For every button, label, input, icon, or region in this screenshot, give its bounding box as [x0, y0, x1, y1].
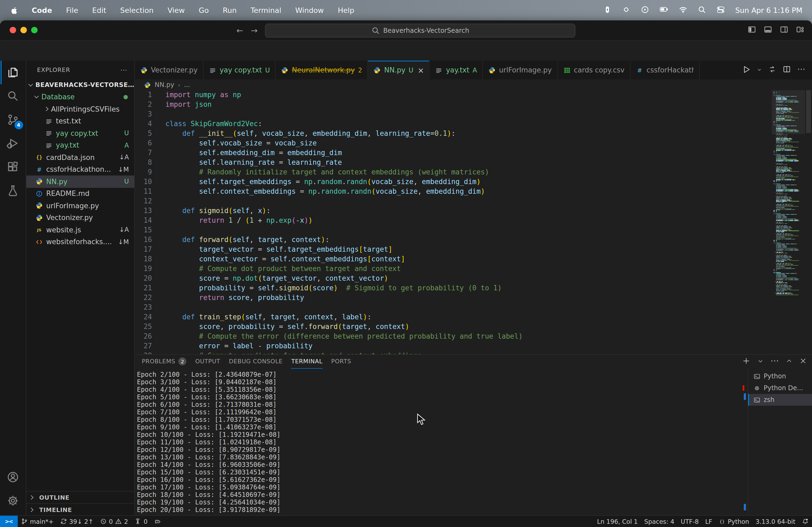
menu-go[interactable]: Go [199, 6, 209, 15]
statusbar-cursor-position[interactable]: Ln 196, Col 1 [594, 517, 641, 525]
menubar-item[interactable] [622, 5, 630, 15]
menu-selection[interactable]: Selection [120, 6, 154, 15]
tab-neuralnetwork-py[interactable]: NeuralNetwork.py2 [276, 61, 368, 79]
section-outline[interactable]: OUTLINE [26, 491, 134, 503]
panel-tab-terminal[interactable]: TERMINAL [291, 355, 323, 369]
tab-cssforhackathon[interactable]: #cssforHackathon [630, 61, 700, 79]
menu-help[interactable]: Help [338, 6, 354, 15]
menu-run[interactable]: Run [223, 6, 237, 15]
panel-tab-debug-console[interactable]: DEBUG CONSOLE [229, 355, 282, 369]
layout-sidebar-left-button[interactable] [748, 25, 756, 36]
menu-view[interactable]: View [168, 6, 185, 15]
statusbar-forwarded-ports[interactable]: 0 [131, 517, 151, 525]
tab-cards-copy-csv[interactable]: cards copy.csv [558, 61, 630, 79]
breadcrumb[interactable]: NN.py › ... [135, 79, 812, 90]
menubar-item[interactable] [716, 5, 725, 15]
chevron-down-button[interactable] [757, 358, 764, 366]
activitybar-settings[interactable] [0, 489, 26, 512]
minimize-window-button[interactable] [20, 27, 27, 33]
sidebar-more-actions-icon[interactable]: ⋯ [120, 66, 128, 74]
activitybar-testing[interactable] [0, 179, 26, 202]
tree-item-test-txt[interactable]: test.txt [26, 115, 134, 127]
menu-code[interactable]: Code [32, 6, 52, 15]
statusbar-language-mode[interactable]: {}Python [715, 517, 752, 525]
menu-file[interactable]: File [66, 6, 78, 15]
tab-yay-copy-txt[interactable]: yay copy.txtU [204, 61, 276, 79]
statusbar-sync-changes[interactable]: 39↓ 2↑ [57, 517, 97, 525]
apple-icon[interactable] [10, 6, 18, 14]
activitybar-extensions[interactable] [0, 155, 26, 179]
tree-item-allprintingscsvfiles[interactable]: AllPrintingsCSVFiles [26, 103, 134, 115]
menubar-item[interactable] [603, 5, 612, 15]
close-icon[interactable]: × [418, 66, 424, 74]
menubar-item[interactable] [641, 5, 649, 15]
kebab-button[interactable] [771, 357, 779, 366]
breadcrumb-more[interactable]: ... [184, 81, 190, 89]
tree-item-website-js[interactable]: JSwebsite.js↓A [26, 224, 134, 236]
chevron-up-button[interactable] [786, 358, 793, 366]
panel-tab-ports[interactable]: PORTS [331, 355, 351, 369]
statusbar-problems[interactable]: 02 [97, 517, 131, 525]
statusbar-debug[interactable] [151, 518, 164, 525]
tab-yay-txt[interactable]: yay.txtA [430, 61, 483, 79]
tree-item-yay-txt[interactable]: yay.txtA [26, 139, 134, 151]
activitybar-accounts[interactable] [0, 465, 26, 489]
tree-item-nn-py[interactable]: NN.pyU [26, 176, 134, 187]
tree-item-urlforimage-py[interactable]: urlForImage.py [26, 200, 134, 212]
open-changes-button[interactable] [768, 65, 777, 75]
terminal-python-de-[interactable]: Python De... [748, 382, 812, 394]
editor-scrollbar[interactable] [805, 90, 812, 354]
statusbar-python-interpreter[interactable]: 3.13.0 64-bit [752, 517, 799, 525]
command-center-search[interactable]: Beaverhacks-VectorSearch [265, 23, 576, 37]
breadcrumb-file[interactable]: NN.py [155, 81, 174, 89]
tree-item-carddata-json[interactable]: {}cardData.json↓A [26, 151, 134, 163]
remote-indicator[interactable]: >< [0, 516, 18, 527]
activitybar-source-control[interactable]: 4 [0, 108, 26, 132]
layout-sidebar-right-button[interactable] [780, 25, 788, 36]
tree-item-readme-md[interactable]: README.md [26, 187, 134, 200]
close-button[interactable] [800, 358, 807, 366]
more-actions-button[interactable] [797, 65, 806, 75]
tree-item-database[interactable]: Database [26, 91, 134, 103]
terminal-output[interactable]: Epoch 2/100 - Loss: [2.43640879e-07]Epoc… [135, 369, 748, 516]
close-window-button[interactable] [10, 27, 16, 33]
editor-scrollbar-slider[interactable] [806, 90, 811, 133]
statusbar-encoding[interactable]: UTF-8 [678, 517, 702, 525]
minimap[interactable] [772, 90, 805, 354]
terminal-python[interactable]: Python [748, 370, 812, 382]
tree-item-beaverhacks-vectorsea-[interactable]: BEAVERHACKS-VECTORSEA... [26, 79, 134, 91]
menubar-item[interactable] [659, 5, 669, 16]
tree-item-vectonizer-py[interactable]: Vectonizer.py [26, 212, 134, 224]
layout-panel-button[interactable] [764, 25, 772, 36]
section-timeline[interactable]: TIMELINE [26, 503, 134, 516]
tree-item-yay-copy-txt[interactable]: yay copy.txtU [26, 127, 134, 139]
code-content[interactable]: 1import numpy as np2import json34class S… [135, 90, 772, 354]
menu-terminal[interactable]: Terminal [250, 6, 281, 15]
panel-tab-output[interactable]: OUTPUT [195, 355, 220, 369]
forward-arrow-icon[interactable]: → [251, 26, 258, 35]
tree-item-cssforhackathon-[interactable]: #cssforHackathon...↓M [26, 163, 134, 176]
split-editor-button[interactable] [782, 65, 791, 75]
activitybar-search[interactable] [0, 84, 26, 108]
menu-edit[interactable]: Edit [92, 6, 106, 15]
statusbar-notifications[interactable] [799, 518, 812, 525]
zoom-window-button[interactable] [31, 27, 38, 33]
menubar-item[interactable] [679, 5, 687, 15]
menubar-clock[interactable]: Sun Apr 6 1:16 PM [735, 6, 802, 15]
menu-window[interactable]: Window [295, 6, 323, 15]
statusbar-git-branch[interactable]: main*+ [18, 517, 57, 525]
layout-customize-button[interactable] [796, 25, 804, 36]
activitybar-run-and-debug[interactable] [0, 132, 26, 155]
tree-item-websiteforhacks-[interactable]: websiteforhacks....↓M [26, 236, 134, 248]
tab-urlforimage-py[interactable]: urlForImage.py [483, 61, 558, 79]
run-dropdown-button[interactable] [757, 66, 762, 74]
panel-tab-problems[interactable]: PROBLEMS2 [142, 355, 187, 369]
back-arrow-icon[interactable]: ← [236, 26, 243, 35]
tab-vectonizer-py[interactable]: Vectonizer.py [135, 61, 204, 79]
tab-nn-py[interactable]: NN.pyU× [368, 61, 430, 79]
plus-button[interactable] [742, 357, 750, 366]
menubar-item[interactable] [698, 5, 706, 15]
run-python-button[interactable] [742, 65, 751, 75]
activitybar-explorer[interactable] [0, 61, 26, 84]
statusbar-indentation[interactable]: Spaces: 4 [641, 517, 678, 525]
